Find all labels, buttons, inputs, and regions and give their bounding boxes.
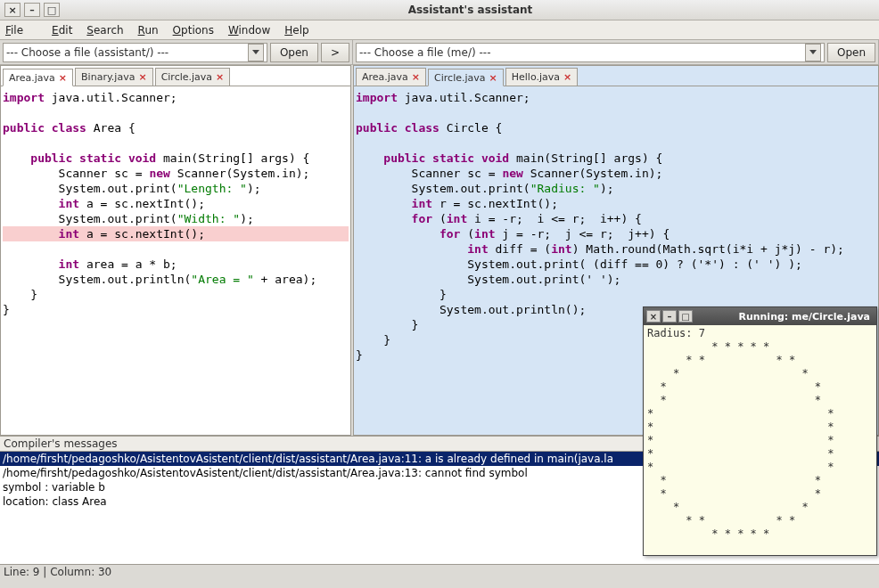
tab-circle-java-left[interactable]: Circle.java×: [155, 68, 231, 86]
tabstrip-left: Area.java× Binary.java× Circle.java×: [1, 66, 350, 86]
close-icon[interactable]: ×: [563, 71, 571, 83]
menu-search[interactable]: Search: [86, 24, 123, 37]
close-icon[interactable]: ×: [489, 72, 497, 84]
tabstrip-right: Area.java× Circle.java× Hello.java×: [354, 66, 878, 86]
toolbar-row: --- Choose a file (assistant/) --- Open …: [0, 40, 879, 65]
popup-titlebar[interactable]: × – □ Running: me/Circle.java: [644, 307, 876, 325]
menu-help[interactable]: Help: [284, 24, 308, 37]
popup-title: Running: me/Circle.java: [694, 311, 874, 323]
popup-output: Radius: 7 * * * * * * * * * * * * * * * …: [644, 325, 876, 555]
window-title: Assistant's assistant: [62, 4, 879, 16]
menu-file[interactable]: File: [5, 24, 37, 37]
menu-window[interactable]: Window: [228, 24, 270, 37]
editor-pane-left: Area.java× Binary.java× Circle.java× imp…: [0, 65, 351, 436]
toolbar-right: --- Choose a file (me/) --- Open: [353, 40, 879, 65]
file-chooser-right-text: --- Choose a file (me/) ---: [359, 46, 490, 59]
main-titlebar: × – □ Assistant's assistant: [0, 0, 879, 20]
dropdown-arrow-icon[interactable]: [805, 44, 821, 61]
dropdown-arrow-icon[interactable]: [248, 44, 264, 61]
highlighted-error-line: int a = sc.nextInt();: [3, 226, 349, 241]
tab-binary-java-left[interactable]: Binary.java×: [75, 68, 153, 86]
forward-button[interactable]: >: [321, 43, 349, 62]
close-icon[interactable]: ×: [412, 71, 420, 83]
menubar: File Edit Search Run Options Window Help: [0, 20, 879, 40]
close-icon[interactable]: ×: [59, 72, 67, 84]
window-close-button[interactable]: ×: [4, 3, 21, 17]
close-icon[interactable]: ×: [216, 71, 224, 83]
file-chooser-left-text: --- Choose a file (assistant/) ---: [6, 46, 168, 59]
close-icon[interactable]: ×: [138, 71, 146, 83]
open-button-right[interactable]: Open: [827, 43, 875, 62]
running-output-window[interactable]: × – □ Running: me/Circle.java Radius: 7 …: [643, 306, 877, 556]
menu-options[interactable]: Options: [173, 24, 214, 37]
code-editor-left[interactable]: import java.util.Scanner; public class A…: [1, 86, 350, 435]
open-button-left[interactable]: Open: [270, 43, 318, 62]
menu-run[interactable]: Run: [138, 24, 159, 37]
popup-maximize-button[interactable]: □: [678, 310, 693, 323]
popup-close-button[interactable]: ×: [646, 310, 661, 323]
toolbar-left: --- Choose a file (assistant/) --- Open …: [0, 40, 353, 65]
statusbar: Line: 9 | Column: 30: [0, 565, 879, 581]
window-maximize-button[interactable]: □: [44, 3, 60, 17]
tab-area-java-left[interactable]: Area.java×: [3, 69, 73, 86]
window-minimize-button[interactable]: –: [24, 3, 40, 17]
popup-minimize-button[interactable]: –: [662, 310, 677, 323]
file-chooser-right[interactable]: --- Choose a file (me/) ---: [356, 43, 825, 62]
file-chooser-left[interactable]: --- Choose a file (assistant/) ---: [3, 43, 267, 62]
menu-edit[interactable]: Edit: [52, 24, 72, 37]
tab-hello-java-right[interactable]: Hello.java×: [505, 68, 578, 86]
tab-circle-java-right[interactable]: Circle.java×: [428, 69, 504, 86]
tab-area-java-right[interactable]: Area.java×: [356, 68, 426, 86]
